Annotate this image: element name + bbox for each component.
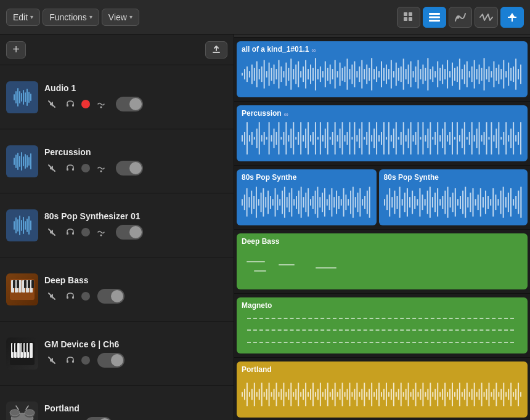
svg-rect-185 xyxy=(256,129,258,148)
svg-rect-410 xyxy=(256,392,258,397)
svg-rect-463 xyxy=(386,383,387,406)
svg-rect-116 xyxy=(369,68,370,81)
magneto-clip[interactable]: Magneto xyxy=(237,297,528,353)
mute-button[interactable] xyxy=(44,289,59,304)
svg-rect-440 xyxy=(330,392,331,397)
track-toggle[interactable] xyxy=(97,353,124,368)
record-dot xyxy=(81,356,90,365)
track-info: Portland xyxy=(44,403,227,421)
send-button[interactable] xyxy=(94,97,108,111)
svg-rect-217 xyxy=(335,122,336,155)
right-panel: 1 3 5 all of a kind_1#01.1 ∞ xyxy=(234,34,530,420)
svg-rect-138 xyxy=(422,65,423,84)
mute-button[interactable] xyxy=(44,97,59,111)
synth-clip-2[interactable]: 80s Pop Synthe xyxy=(379,169,528,225)
send-button[interactable] xyxy=(94,225,108,240)
headphones-button[interactable] xyxy=(63,225,78,240)
pin-button[interactable] xyxy=(500,7,524,28)
track-thumbnail xyxy=(6,145,38,177)
svg-rect-274 xyxy=(474,135,475,142)
functions-menu-button[interactable]: Functions ▾ xyxy=(43,9,99,26)
svg-rect-225 xyxy=(354,122,355,155)
svg-rect-318 xyxy=(298,191,300,214)
upload-button[interactable] xyxy=(205,41,227,59)
send-icon xyxy=(97,164,105,172)
clip-audio-wave xyxy=(242,375,523,414)
svg-rect-454 xyxy=(364,383,365,406)
track-name: Percussion xyxy=(44,147,227,157)
svg-rect-89 xyxy=(303,67,304,82)
svg-rect-245 xyxy=(403,122,404,155)
track-toggle[interactable] xyxy=(85,417,112,421)
waveform-svg xyxy=(242,375,523,414)
edit-chevron-icon: ▾ xyxy=(30,14,33,20)
list-view-button[interactable] xyxy=(423,7,446,28)
synth-clip-1[interactable]: 80s Pop Synthe xyxy=(237,169,377,225)
svg-rect-236 xyxy=(381,132,382,145)
headphones-button[interactable] xyxy=(63,417,78,421)
add-track-button[interactable]: + xyxy=(6,41,26,59)
headphones-button[interactable] xyxy=(63,289,78,304)
svg-rect-282 xyxy=(493,135,494,142)
svg-rect-313 xyxy=(287,197,288,208)
svg-rect-450 xyxy=(354,389,355,400)
toolbar-icon-group xyxy=(397,7,524,28)
track-toggle[interactable] xyxy=(116,161,143,176)
mute-button[interactable] xyxy=(44,417,59,421)
svg-rect-388 xyxy=(482,197,483,208)
svg-rect-369 xyxy=(434,193,436,212)
svg-rect-51 xyxy=(72,360,74,363)
svg-rect-207 xyxy=(310,135,311,142)
mute-button[interactable] xyxy=(44,161,59,176)
svg-rect-509 xyxy=(498,392,499,397)
track-thumbnail xyxy=(6,81,38,113)
svg-rect-403 xyxy=(520,187,521,217)
svg-rect-44 xyxy=(12,343,14,352)
svg-rect-99 xyxy=(327,68,328,81)
wave-icon xyxy=(479,13,493,22)
curve-button[interactable] xyxy=(449,7,472,28)
svg-rect-350 xyxy=(386,195,388,210)
audio-clip[interactable]: all of a kind_1#01.1 ∞ xyxy=(237,41,528,97)
svg-rect-240 xyxy=(391,135,392,142)
headphones-button[interactable] xyxy=(63,353,78,368)
track-toggle[interactable] xyxy=(97,289,124,304)
headphones-button[interactable] xyxy=(63,97,78,111)
svg-rect-305 xyxy=(267,191,269,214)
svg-rect-263 xyxy=(447,135,448,142)
svg-rect-287 xyxy=(505,122,507,155)
svg-rect-320 xyxy=(303,197,304,208)
mute-button[interactable] xyxy=(44,225,59,240)
midi-note xyxy=(254,270,266,272)
headphones-button[interactable] xyxy=(63,161,78,176)
svg-rect-327 xyxy=(319,197,320,208)
clip-header: Percussion ∞ xyxy=(242,109,523,119)
svg-rect-496 xyxy=(467,383,468,406)
portland-clip[interactable]: Portland xyxy=(237,361,528,418)
waveform-icon xyxy=(14,88,31,107)
wave-button[interactable] xyxy=(475,7,498,28)
svg-rect-421 xyxy=(283,383,284,406)
svg-rect-413 xyxy=(264,392,265,397)
percussion-clip[interactable]: Percussion ∞ xyxy=(237,105,528,161)
track-name: GM Device 6 | Ch6 xyxy=(44,339,227,349)
svg-rect-511 xyxy=(503,383,504,406)
svg-rect-152 xyxy=(457,67,458,82)
svg-rect-259 xyxy=(437,122,438,155)
track-toggle[interactable] xyxy=(116,225,143,240)
track-toggle[interactable] xyxy=(116,97,143,111)
mute-button[interactable] xyxy=(44,353,59,368)
grid-view-button[interactable] xyxy=(397,7,420,28)
deepbass-clip[interactable]: Deep Bass xyxy=(237,233,528,289)
svg-rect-231 xyxy=(369,122,370,155)
svg-rect-195 xyxy=(280,137,282,139)
svg-rect-227 xyxy=(359,129,360,148)
svg-rect-377 xyxy=(454,188,455,216)
send-button[interactable] xyxy=(94,161,108,176)
svg-rect-98 xyxy=(325,62,326,87)
edit-menu-button[interactable]: Edit ▾ xyxy=(6,9,40,26)
midi-note xyxy=(279,264,295,265)
svg-rect-460 xyxy=(378,383,380,406)
svg-rect-435 xyxy=(317,389,319,400)
view-menu-button[interactable]: View ▾ xyxy=(102,9,139,26)
